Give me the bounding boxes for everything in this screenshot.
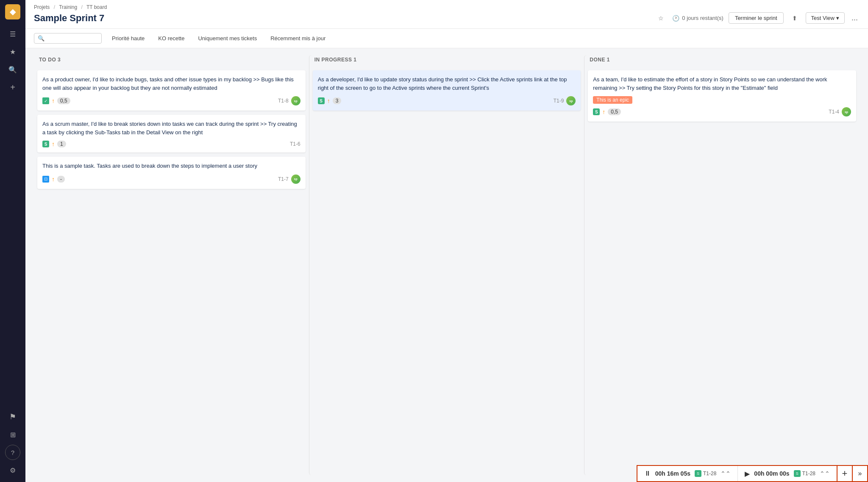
- story-type-icon-t1-8: ✓: [42, 97, 49, 104]
- column-header-inprogress: IN PROGRESS 1: [313, 55, 581, 66]
- card-footer-left-t1-9: S ↑ 3: [318, 97, 342, 104]
- priority-icon-t1-6: ↑: [52, 141, 55, 147]
- timer-time-2: 00h 00m 00s: [754, 470, 789, 477]
- search-input[interactable]: [47, 35, 98, 42]
- sidebar-item-apps[interactable]: ⊞: [5, 427, 20, 442]
- view-button[interactable]: Test View ▾: [806, 12, 845, 24]
- share-button[interactable]: ⬆: [789, 13, 801, 23]
- main-content: Projets / Training / TT board Sample Spr…: [25, 0, 868, 482]
- app-logo[interactable]: ◆: [5, 4, 20, 19]
- column-todo: TO DO 3 As a product owner, I'd like to …: [34, 55, 309, 475]
- card-footer-right-t1-7: T1-7 sp: [278, 175, 300, 184]
- timer-pause-button[interactable]: ⏸: [644, 470, 651, 477]
- card-text-t1-4: As a team, I'd like to estimate the effo…: [593, 75, 851, 92]
- card-text-t1-6: As a scrum master, I'd like to break sto…: [42, 120, 300, 136]
- estimate-t1-7: -: [57, 176, 65, 183]
- card-footer-t1-7: ⊡ ↑ - T1-7 sp: [42, 175, 300, 184]
- chevron-down-icon: ▾: [836, 15, 839, 21]
- avatar-t1-7: sp: [291, 175, 300, 184]
- story-type-icon-t1-4: S: [593, 108, 600, 115]
- story-type-icon-t1-9: S: [318, 97, 325, 104]
- sidebar-item-settings[interactable]: ⚙: [5, 463, 20, 478]
- avatar-t1-8: sp: [291, 96, 300, 105]
- timer-add-button[interactable]: +: [837, 465, 853, 482]
- ticket-id-t1-7: T1-7: [278, 176, 289, 182]
- sidebar-item-favorites[interactable]: ★: [5, 44, 20, 59]
- card-t1-9[interactable]: As a developer, I'd like to update story…: [313, 70, 581, 111]
- avatar-t1-9: sp: [566, 96, 576, 105]
- card-t1-8[interactable]: As a product owner, I'd like to include …: [37, 70, 306, 111]
- sidebar-item-create[interactable]: +: [5, 80, 20, 95]
- card-t1-4[interactable]: As a team, I'd like to estimate the effo…: [588, 70, 856, 122]
- card-footer-t1-8: ✓ ↑ 0,5 T1-8 sp: [42, 96, 300, 105]
- column-done: DONE 1 As a team, I'd like to estimate t…: [584, 55, 860, 475]
- estimate-t1-9: 3: [333, 97, 342, 104]
- priority-icon-t1-8: ↑: [52, 97, 55, 104]
- timer-panel-2: ▶ 00h 00m 00s S T1-28 ⌃⌃: [738, 466, 837, 481]
- card-footer-right-t1-6: T1-6: [290, 141, 300, 147]
- estimate-t1-6: 1: [57, 141, 66, 147]
- breadcrumb-projets[interactable]: Projets: [34, 4, 50, 10]
- timer-play-button[interactable]: ▶: [745, 470, 750, 478]
- column-inprogress: IN PROGRESS 1 As a developer, I'd like t…: [309, 55, 584, 475]
- column-header-todo: TO DO 3: [37, 55, 306, 66]
- card-footer-left-t1-4: S ↑ 0,5: [593, 108, 621, 115]
- breadcrumb-sep-1: /: [54, 4, 55, 10]
- filter-recent[interactable]: Récemment mis à jour: [267, 33, 329, 43]
- breadcrumb-board[interactable]: TT board: [86, 4, 107, 10]
- filter-haute-priorite[interactable]: Priorité haute: [108, 33, 148, 43]
- more-button[interactable]: ...: [850, 12, 860, 24]
- sidebar-item-help[interactable]: ?: [5, 445, 20, 460]
- task-type-icon-t1-7: ⊡: [42, 176, 49, 183]
- breadcrumb-training[interactable]: Training: [59, 4, 77, 10]
- card-footer-right-t1-4: T1-4 sp: [829, 107, 851, 116]
- card-text-t1-8: As a product owner, I'd like to include …: [42, 75, 300, 92]
- timer-ticket-1: S T1-28: [695, 470, 716, 477]
- priority-icon-t1-9: ↑: [327, 97, 330, 104]
- card-footer-left-t1-6: S ↑ 1: [42, 141, 66, 147]
- card-footer-left-t1-8: ✓ ↑ 0,5: [42, 97, 70, 104]
- view-label: Test View: [811, 15, 835, 21]
- filterbar: 🔍 Priorité haute KO recette Uniquement m…: [25, 29, 868, 48]
- end-sprint-button[interactable]: Terminer le sprint: [729, 12, 784, 24]
- timer-story-icon-2: S: [794, 470, 801, 477]
- card-footer-left-t1-7: ⊡ ↑ -: [42, 176, 65, 183]
- timer-more-button[interactable]: »: [853, 465, 868, 482]
- sprint-title: Sample Sprint 7: [34, 13, 104, 24]
- estimate-t1-8: 0,5: [57, 97, 70, 104]
- card-footer-right-t1-8: T1-8 sp: [278, 96, 300, 105]
- timer-expand-2[interactable]: ⌃⌃: [820, 470, 830, 477]
- sidebar-item-reports[interactable]: ⚑: [5, 409, 20, 424]
- card-text-t1-7: This is a sample task. Tasks are used to…: [42, 162, 300, 170]
- priority-icon-t1-4: ↑: [602, 108, 605, 115]
- breadcrumb-sep-2: /: [81, 4, 82, 10]
- ticket-id-t1-9: T1-9: [554, 98, 564, 104]
- card-t1-7[interactable]: This is a sample task. Tasks are used to…: [37, 157, 306, 189]
- sidebar-item-search[interactable]: 🔍: [5, 62, 20, 77]
- ticket-id-t1-8: T1-8: [278, 98, 289, 104]
- topbar-actions: ☆ 🕐 0 jours restant(s) Terminer le sprin…: [655, 12, 860, 24]
- card-footer-t1-9: S ↑ 3 T1-9 sp: [318, 96, 576, 105]
- card-footer-t1-4: S ↑ 0,5 T1-4 sp: [593, 107, 851, 116]
- search-icon: 🔍: [38, 35, 45, 42]
- clock-icon: 🕐: [672, 15, 679, 22]
- priority-icon-t1-7: ↑: [52, 176, 55, 183]
- epic-badge-t1-4: This is an epic: [593, 96, 632, 104]
- card-footer-right-t1-9: T1-9 sp: [554, 96, 576, 105]
- timer-time-1: 00h 16m 05s: [655, 470, 690, 477]
- column-header-done: DONE 1: [588, 55, 856, 66]
- timer-expand-1[interactable]: ⌃⌃: [721, 470, 731, 477]
- filter-mes-tickets[interactable]: Uniquement mes tickets: [195, 33, 260, 43]
- search-box[interactable]: 🔍: [34, 33, 102, 44]
- card-t1-6[interactable]: As a scrum master, I'd like to break sto…: [37, 115, 306, 152]
- topbar: Projets / Training / TT board Sample Spr…: [25, 0, 868, 29]
- timer-ticket-id-2: T1-28: [802, 471, 815, 476]
- story-type-icon-t1-6: S: [42, 141, 49, 147]
- sidebar-item-menu[interactable]: ☰: [5, 26, 20, 42]
- time-remaining: 0 jours restant(s): [682, 15, 723, 21]
- star-button[interactable]: ☆: [655, 13, 667, 23]
- timer-ticket-2: S T1-28: [794, 470, 815, 477]
- filter-ko-recette[interactable]: KO recette: [155, 33, 188, 43]
- card-footer-t1-6: S ↑ 1 T1-6: [42, 141, 300, 147]
- sprint-info: 🕐 0 jours restant(s): [672, 15, 723, 22]
